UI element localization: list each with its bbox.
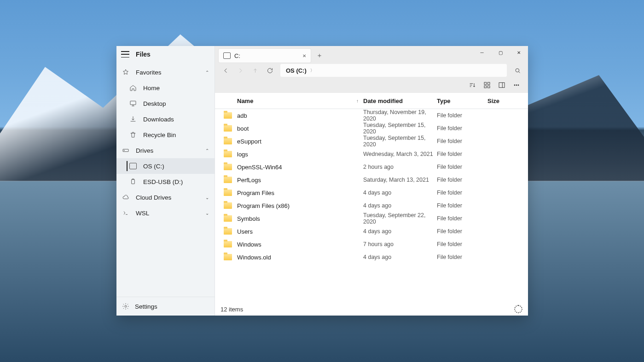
folder-icon [219,151,237,157]
file-type: File folder [437,215,487,222]
sidebar-section-label: Drives [136,147,153,154]
table-row[interactable]: logs Wednesday, March 3, 2021 File folde… [215,148,528,161]
forward-button[interactable] [233,63,247,77]
tabs: C: ✕ ＋ [215,46,473,63]
toolbar: OS (C:) 〉 [215,63,528,78]
folder-icon [219,202,237,209]
file-name: Windows [237,241,363,248]
new-tab-button[interactable]: ＋ [313,50,325,62]
file-date: 4 days ago [363,202,437,209]
table-row[interactable]: Windows 7 hours ago File folder [215,238,528,251]
file-name: Windows.old [237,254,363,261]
sidebar-item-label: OS (C:) [143,163,164,170]
cloud-icon [122,194,129,201]
window-controls: ─ ▢ ✕ [473,46,528,59]
hamburger-menu-icon[interactable] [121,51,129,57]
folder-icon [219,215,237,222]
layout-options-button[interactable] [480,78,494,92]
breadcrumb[interactable]: OS (C:) 〉 [280,64,507,77]
files-app-window: Files Favorites ⌃ Home [116,46,528,316]
file-type: File folder [437,151,487,157]
folder-icon [219,125,237,132]
sidebar-section-cloud[interactable]: Cloud Drives ⌄ [116,190,215,205]
svg-point-4 [125,305,127,307]
gear-icon [122,303,129,310]
file-date: Tuesday, September 22, 2020 [363,212,437,225]
close-tab-icon[interactable]: ✕ [302,53,306,58]
file-name: boot [237,125,363,132]
back-button[interactable] [219,63,232,77]
file-date: 4 days ago [363,190,437,196]
titlebar: C: ✕ ＋ ─ ▢ ✕ [215,46,528,63]
loading-spinner-icon [514,305,522,313]
more-options-button[interactable] [510,78,523,92]
sidebar-settings-label: Settings [135,303,157,310]
table-row[interactable]: PerfLogs Saturday, March 13, 2021 File f… [215,173,528,186]
sort-ascending-icon: ↑ [356,98,359,103]
file-name: Users [237,228,363,235]
close-window-button[interactable]: ✕ [510,46,528,59]
file-date: Thursday, November 19, 2020 [363,109,437,122]
table-row[interactable]: Program Files 4 days ago File folder [215,186,528,199]
file-date: Tuesday, September 15, 2020 [363,122,437,135]
sidebar-section-wsl[interactable]: WSL ⌄ [116,205,215,221]
sidebar-item-drive-c[interactable]: OS (C:) [116,158,215,174]
up-button[interactable] [248,63,262,77]
sort-options-button[interactable] [465,78,479,92]
file-type: File folder [437,254,487,260]
item-count: 12 items [220,306,243,313]
table-row[interactable]: Program Files (x86) 4 days ago File fold… [215,199,528,212]
file-date: Wednesday, March 3, 2021 [363,151,437,157]
file-date: 2 hours ago [363,164,437,170]
table-row[interactable]: Windows.old 4 days ago File folder [215,251,528,264]
folder-icon [219,228,237,235]
table-row[interactable]: Symbols Tuesday, September 22, 2020 File… [215,212,528,225]
sidebar-item-home[interactable]: Home [116,80,215,96]
svg-point-12 [516,85,517,86]
viewbar [215,78,528,93]
desktop-icon [129,100,137,107]
column-header-size[interactable]: Size [487,98,524,104]
svg-point-11 [514,85,515,86]
file-date: Saturday, March 13, 2021 [363,177,437,183]
column-header-date[interactable]: Date modified [363,98,437,104]
table-row[interactable]: adb Thursday, November 19, 2020 File fol… [215,109,528,122]
sidebar-item-drive-d[interactable]: ESD-USB (D:) [116,174,215,190]
sidebar-section-drives[interactable]: Drives ⌃ [116,143,215,158]
file-type: File folder [437,190,487,196]
column-header-type[interactable]: Type [437,98,487,104]
file-name: Program Files (x86) [237,202,363,209]
svg-rect-6 [484,82,487,85]
column-header-name[interactable]: Name ↑ [237,98,363,104]
sidebar-item-recyclebin[interactable]: Recycle Bin [116,127,215,143]
file-type: File folder [437,202,487,209]
refresh-button[interactable] [263,63,277,77]
file-date: 4 days ago [363,228,437,235]
table-row[interactable]: eSupport Tuesday, September 15, 2020 Fil… [215,135,528,148]
terminal-icon [122,209,129,217]
sidebar-settings[interactable]: Settings [116,297,215,316]
sidebar-item-desktop[interactable]: Desktop [116,96,215,111]
sidebar-item-label: Home [143,85,160,92]
column-headers: Name ↑ Date modified Type Size [215,93,528,109]
breadcrumb-segment: OS (C:) [286,67,307,74]
search-button[interactable] [511,63,524,77]
file-type: File folder [437,138,487,144]
minimize-button[interactable]: ─ [473,46,491,59]
sidebar-section-favorites[interactable]: Favorites ⌃ [116,64,215,80]
chevron-down-icon: ⌄ [205,195,209,200]
sidebar-item-downloads[interactable]: Downloads [116,111,215,127]
tab-c-drive[interactable]: C: ✕ [219,49,311,63]
table-row[interactable]: boot Tuesday, September 15, 2020 File fo… [215,122,528,135]
table-row[interactable]: Users 4 days ago File folder [215,225,528,238]
chevron-down-icon: ⌄ [205,211,209,216]
home-icon [129,84,137,92]
maximize-button[interactable]: ▢ [491,46,510,59]
svg-rect-7 [487,82,490,85]
trash-icon [129,131,137,138]
table-row[interactable]: OpenSSL-Win64 2 hours ago File folder [215,161,528,173]
disk-icon [223,52,231,59]
preview-pane-button[interactable] [495,78,509,92]
svg-rect-0 [130,101,136,105]
svg-point-2 [124,150,124,150]
